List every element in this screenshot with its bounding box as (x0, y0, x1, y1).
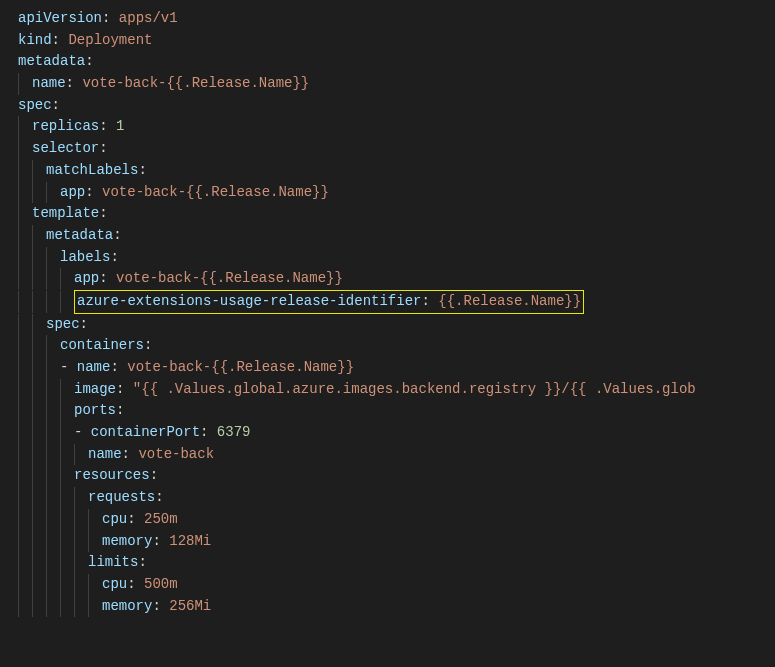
yaml-key: labels (60, 249, 110, 265)
yaml-value: Deployment (68, 32, 152, 48)
code-line: name: vote-back-{{.Release.Name}} (18, 73, 775, 95)
code-line: ports: (18, 400, 775, 422)
yaml-key: image (74, 381, 116, 397)
yaml-key: name (88, 446, 122, 462)
yaml-value: {{.Release.Name}} (438, 293, 581, 309)
yaml-value: 250m (144, 511, 178, 527)
code-line: kind: Deployment (18, 30, 775, 52)
code-line: spec: (18, 314, 775, 336)
yaml-value: vote-back-{{.Release.Name}} (102, 184, 329, 200)
yaml-key: app (74, 270, 99, 286)
code-line: metadata: (18, 225, 775, 247)
code-line: metadata: (18, 51, 775, 73)
yaml-key: azure-extensions-usage-release-identifie… (77, 293, 421, 309)
yaml-value: vote-back (138, 446, 214, 462)
code-line: containers: (18, 335, 775, 357)
code-line: template: (18, 203, 775, 225)
yaml-key: spec (18, 97, 52, 113)
code-line: matchLabels: (18, 160, 775, 182)
code-line-highlighted: azure-extensions-usage-release-identifie… (18, 290, 775, 314)
yaml-key: cpu (102, 511, 127, 527)
yaml-key: requests (88, 489, 155, 505)
yaml-value: 6379 (217, 424, 251, 440)
code-line: selector: (18, 138, 775, 160)
yaml-key: memory (102, 598, 152, 614)
code-line: image: "{{ .Values.global.azure.images.b… (18, 379, 775, 401)
yaml-key: containers (60, 337, 144, 353)
code-line: app: vote-back-{{.Release.Name}} (18, 182, 775, 204)
yaml-value: 128Mi (169, 533, 211, 549)
yaml-value: 1 (116, 118, 124, 134)
yaml-key: limits (88, 554, 138, 570)
yaml-value: apps/v1 (119, 10, 178, 26)
code-line: app: vote-back-{{.Release.Name}} (18, 268, 775, 290)
yaml-value: vote-back-{{.Release.Name}} (116, 270, 343, 286)
code-line: spec: (18, 95, 775, 117)
yaml-key: name (77, 359, 111, 375)
code-line: cpu: 500m (18, 574, 775, 596)
yaml-key: matchLabels (46, 162, 138, 178)
yaml-key: metadata (46, 227, 113, 243)
yaml-value: "{{ .Values.global.azure.images.backend.… (133, 381, 696, 397)
code-line: memory: 256Mi (18, 596, 775, 618)
yaml-key: spec (46, 316, 80, 332)
yaml-value: vote-back-{{.Release.Name}} (82, 75, 309, 91)
yaml-key: template (32, 205, 99, 221)
yaml-key: containerPort (91, 424, 200, 440)
yaml-key: selector (32, 140, 99, 156)
code-line: memory: 128Mi (18, 531, 775, 553)
yaml-key: cpu (102, 576, 127, 592)
code-line: limits: (18, 552, 775, 574)
yaml-value: 500m (144, 576, 178, 592)
yaml-value: 256Mi (169, 598, 211, 614)
code-line: - containerPort: 6379 (18, 422, 775, 444)
highlight-box: azure-extensions-usage-release-identifie… (74, 290, 584, 314)
yaml-key: metadata (18, 53, 85, 69)
code-line: apiVersion: apps/v1 (18, 8, 775, 30)
yaml-value: vote-back-{{.Release.Name}} (127, 359, 354, 375)
code-line: replicas: 1 (18, 116, 775, 138)
yaml-key: memory (102, 533, 152, 549)
yaml-key: app (60, 184, 85, 200)
yaml-key: ports (74, 402, 116, 418)
code-line: resources: (18, 465, 775, 487)
code-line: name: vote-back (18, 444, 775, 466)
yaml-key: replicas (32, 118, 99, 134)
code-line: labels: (18, 247, 775, 269)
code-line: requests: (18, 487, 775, 509)
yaml-key: resources (74, 467, 150, 483)
code-line: cpu: 250m (18, 509, 775, 531)
code-editor[interactable]: apiVersion: apps/v1 kind: Deployment met… (18, 8, 775, 617)
yaml-key: name (32, 75, 66, 91)
code-line: - name: vote-back-{{.Release.Name}} (18, 357, 775, 379)
yaml-key: kind (18, 32, 52, 48)
yaml-key: apiVersion (18, 10, 102, 26)
